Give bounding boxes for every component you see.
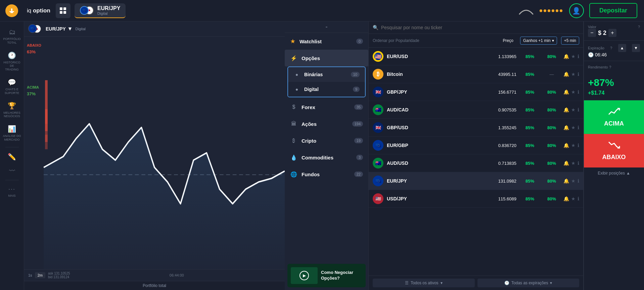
- sidebar-item-more[interactable]: ··· MAIS: [1, 183, 23, 200]
- info-icon-gbpusd[interactable]: ℹ: [578, 125, 579, 130]
- chart-pair-name: EUR/JPY: [46, 26, 66, 32]
- info-icon-audcad[interactable]: ℹ: [578, 107, 579, 112]
- instrument-row-gbpjpy[interactable]: 🇬🇧 GBP/JPY 156.6771 85% 80% 🔔 ★ ℹ: [369, 83, 583, 101]
- filter-icon: ☰: [405, 281, 409, 285]
- inst-name-gbpjpy: GBP/JPY: [387, 89, 483, 95]
- valor-decrease-button[interactable]: −: [588, 29, 596, 37]
- menu-item-watchlist[interactable]: ★ Watchlist 0: [285, 33, 368, 50]
- panel-collapse-button[interactable]: -: [322, 23, 331, 31]
- timeframe-button[interactable]: 2m: [35, 272, 45, 278]
- search-input[interactable]: [381, 25, 579, 30]
- sidebar-divider2: [5, 180, 19, 180]
- fundos-globe-icon: 🌐: [290, 171, 297, 178]
- instrument-selector[interactable]: 🇪🇺 🇯🇵 EUR/JPY Digital: [75, 3, 126, 18]
- flag-eur: 🇪🇺: [80, 6, 89, 15]
- acima-pct: 37%: [27, 91, 41, 96]
- menu-item-forex[interactable]: $ Forex 35: [285, 99, 368, 115]
- star-icon-eurgbp[interactable]: ★: [571, 143, 576, 148]
- chart-header: 🇪🇺 🇯🇵 EUR/JPY ▼ Digital: [24, 21, 285, 37]
- abaixo-button[interactable]: ABAIXO: [584, 134, 644, 167]
- opcoes-label: Opções: [302, 55, 363, 61]
- instrument-row-audusd[interactable]: 🇦🇺 AUD/USD 0.713835 85% 80% 🔔 ★ ℹ: [369, 154, 583, 172]
- video-preview: ▶: [291, 267, 318, 284]
- panel-area: - ★ Watchlist 0 ⚡ Opções ● Binárias 10: [285, 21, 369, 290]
- rendimento-info-icon: ?: [609, 65, 611, 69]
- menu-item-acoes[interactable]: 🏛 Ações 194: [285, 115, 368, 132]
- inst-actions-audusd: 🔔 ★ ℹ: [563, 160, 579, 166]
- valor-increase-button[interactable]: +: [608, 29, 616, 37]
- profile-icon[interactable]: 👤: [569, 3, 584, 18]
- star-icon-gbpusd[interactable]: ★: [571, 125, 576, 130]
- star-icon-usdjpy[interactable]: ★: [571, 196, 576, 201]
- instrument-row-usdjpy[interactable]: 🇺🇸 USD/JPY 115.6089 85% 80% 🔔 ★ ℹ: [369, 190, 583, 208]
- sidebar-item-indicators[interactable]: 〰: [1, 165, 23, 177]
- acima-button[interactable]: ACIMA: [584, 100, 644, 134]
- bell-icon-eurjpy[interactable]: 🔔: [563, 178, 569, 184]
- instrument-row-audcad[interactable]: 🇦🇺 AUD/CAD 0.907535 85% 80% 🔔 ★ ℹ: [369, 101, 583, 119]
- deposit-button[interactable]: Depositar: [589, 3, 637, 18]
- info-icon-eurgbp[interactable]: ℹ: [578, 143, 579, 148]
- star-icon-audusd[interactable]: ★: [571, 160, 576, 166]
- submenu-item-digital[interactable]: ● Digital 9: [288, 82, 365, 97]
- inst-name-audusd: AUD/USD: [387, 160, 483, 166]
- sidebar-item-analysis[interactable]: 📊 ANÁLISE DOMERCADO: [1, 122, 23, 144]
- rendimento-label: Rendimento ?: [588, 65, 640, 69]
- filter-assets-button[interactable]: ☰ Todos os ativos ▾: [373, 279, 475, 287]
- exibir-posicoes-button[interactable]: Exibir posições ▲: [584, 167, 644, 179]
- video-title: Como Negociar Opções?: [321, 270, 362, 281]
- sidebar-item-portfolio[interactable]: 🗂 PORTFÓLIOTOTAL: [1, 26, 23, 47]
- sidebar-item-draw[interactable]: ✏️: [1, 150, 23, 163]
- flag-eurgbp: 🇪🇺: [373, 140, 383, 151]
- svg-rect-3: [10, 12, 13, 13]
- sort-gain2-col[interactable]: +5 min: [561, 37, 579, 45]
- star-icon-eurjpy[interactable]: ★: [571, 178, 576, 184]
- chart-pair-type: Digital: [75, 27, 86, 31]
- bell-icon-gbpusd[interactable]: 🔔: [563, 125, 569, 130]
- info-icon-eurjpy[interactable]: ℹ: [578, 178, 579, 184]
- sort-price-col[interactable]: Preço: [500, 37, 516, 44]
- info-icon-audusd[interactable]: ℹ: [578, 160, 579, 166]
- instrument-row-eurjpy[interactable]: 🇪🇺 EUR/JPY 131.0982 85% 80% 🔔 ★ ℹ: [369, 172, 583, 190]
- menu-item-opcoes[interactable]: ⚡ Opções: [285, 50, 368, 66]
- abaixo-pct: 63%: [27, 49, 41, 54]
- sidebar-item-chat[interactable]: 💬 CHATS ESUPORTE: [1, 76, 23, 98]
- bell-icon-usdjpy[interactable]: 🔔: [563, 196, 569, 201]
- submenu-item-binarias[interactable]: ● Binárias 10: [288, 67, 365, 82]
- fundos-label: Fundos: [302, 172, 350, 177]
- filter-expiry-button[interactable]: 🕐 Todas as expirações ▾: [477, 279, 580, 287]
- instrument-row-eurusd[interactable]: 🇺🇸 EUR/USD 1.133965 85% 80% 🔔 ★ ℹ: [369, 48, 583, 65]
- bell-icon-audcad[interactable]: 🔔: [563, 107, 569, 112]
- bell-icon-eurgbp[interactable]: 🔔: [563, 143, 569, 148]
- sort-gain1-col[interactable]: Ganhos +1 min ▾: [520, 37, 557, 45]
- sidebar-item-history[interactable]: 🕐 HISTÓRICO DETRADING: [1, 49, 23, 74]
- menu-item-commodities[interactable]: 💧 Commodities 3: [285, 149, 368, 166]
- instrument-row-eurgbp[interactable]: 🇪🇺 EUR/GBP 0.836720 85% 80% 🔔 ★ ℹ: [369, 137, 583, 154]
- sidebar-item-deals[interactable]: 🏆 MELHORESNEGÓCIOS: [1, 99, 23, 121]
- info-icon-eurusd[interactable]: ℹ: [578, 54, 579, 59]
- grid-menu-button[interactable]: [56, 3, 71, 18]
- instrument-row-gbpusd[interactable]: 🇬🇧 GBP/USD 1.355245 85% 80% 🔔 ★ ℹ: [369, 119, 583, 137]
- menu-item-cripto[interactable]: ₿ Cripto 19: [285, 132, 368, 149]
- inst-name-eurusd: EUR/USD: [387, 54, 483, 59]
- instrument-row-bitcoin[interactable]: ₿ Bitcoin 43995.11 85% — 🔔 ★ ℹ: [369, 65, 583, 83]
- info-icon-usdjpy[interactable]: ℹ: [578, 196, 579, 201]
- star-icon-audcad[interactable]: ★: [571, 107, 576, 112]
- bell-icon-eurusd[interactable]: 🔔: [563, 54, 569, 59]
- clock-icon: 🕐: [588, 52, 594, 57]
- star-icon-eurusd[interactable]: ★: [571, 54, 576, 59]
- bell-icon-audusd[interactable]: 🔔: [563, 160, 569, 166]
- info-icon-gbpjpy[interactable]: ℹ: [578, 89, 579, 95]
- bell-icon-gbpjpy[interactable]: 🔔: [563, 89, 569, 95]
- timeframe-1s[interactable]: 1s: [28, 273, 32, 277]
- info-icon-bitcoin[interactable]: ℹ: [578, 71, 579, 77]
- bell-icon-bitcoin[interactable]: 🔔: [563, 71, 569, 77]
- expiracao-up-button[interactable]: ▲: [618, 44, 626, 52]
- inst-price-gbpusd: 1.355245: [486, 125, 516, 130]
- expiracao-down-button[interactable]: ▼: [632, 44, 640, 52]
- star-icon-gbpjpy[interactable]: ★: [571, 89, 576, 95]
- star-icon-bitcoin[interactable]: ★: [571, 71, 576, 77]
- forex-label: Forex: [302, 104, 350, 110]
- menu-item-fundos[interactable]: 🌐 Fundos 22: [285, 166, 368, 183]
- logo-text: iq option: [27, 7, 50, 14]
- video-thumbnail[interactable]: ▶ Como Negociar Opções?: [287, 264, 366, 287]
